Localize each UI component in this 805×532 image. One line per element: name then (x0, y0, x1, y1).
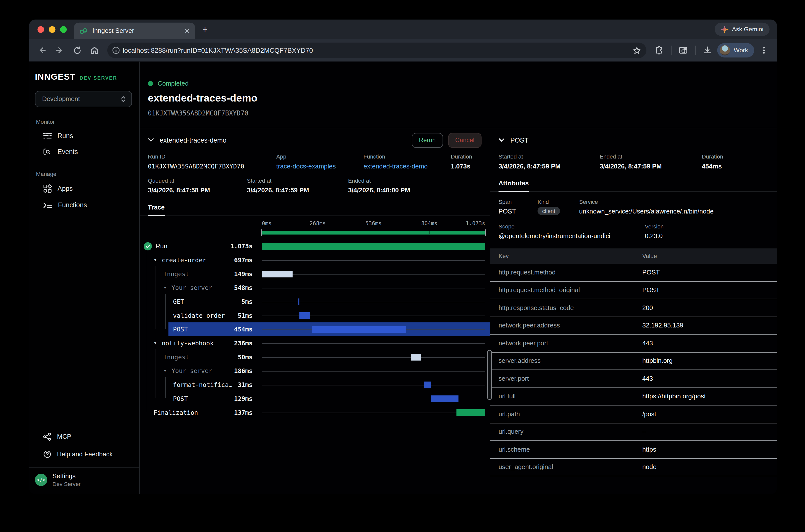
trace-row-inngest[interactable]: Inngest149ms (139, 267, 490, 281)
trace-span-bar[interactable] (456, 409, 485, 416)
scope-label: Scope (499, 223, 645, 229)
trace-scrollbar-thumb[interactable] (487, 350, 492, 400)
forward-button[interactable] (52, 42, 67, 58)
trace-span-bar[interactable] (298, 298, 299, 305)
trace-row-post[interactable]: POST129ms (139, 392, 490, 405)
expand-arrow-icon[interactable]: ▼ (163, 369, 171, 373)
tab-close-icon[interactable]: ✕ (184, 27, 190, 34)
table-row[interactable]: http.request.methodPOST (490, 264, 777, 281)
trace-row-label: ▼Your server186ms (139, 367, 262, 375)
sidebar-item-settings[interactable]: </> Settings Dev Server (30, 467, 139, 494)
trace-row-create-order[interactable]: ▼create-order697ms (139, 253, 490, 267)
sidebar-item-apps[interactable]: Apps (30, 180, 139, 197)
url-text[interactable]: localhost:8288/run?runID=01KJXTWA35SA8D2… (123, 46, 633, 54)
profile-chip[interactable]: Work (717, 43, 754, 57)
attribute-value: POST (642, 286, 768, 293)
trace-row-your-server[interactable]: ▼Your server548ms (139, 281, 490, 294)
sidebar-item-events[interactable]: Events (30, 144, 139, 160)
trace-span-name: notify-webhook (162, 339, 214, 347)
trace-span-bar[interactable] (312, 326, 407, 333)
table-row[interactable]: http.request.method_originalPOST (490, 281, 777, 299)
minimap-right-handle[interactable] (485, 229, 486, 236)
expand-arrow-icon[interactable]: ▼ (154, 258, 162, 262)
trace-row-get[interactable]: GET5ms (139, 294, 490, 308)
trace-row-finalization[interactable]: Finalization137ms (139, 405, 490, 419)
meta-value[interactable]: extended-traces-demo (363, 163, 451, 170)
run-header: Completed extended-traces-demo 01KJXTWA3… (139, 62, 777, 128)
trace-row-inngest[interactable]: Inngest50ms (139, 350, 490, 364)
cancel-button[interactable]: Cancel (448, 133, 482, 148)
inngest-logo: INNGEST (35, 72, 75, 82)
table-row[interactable]: url.fullhttps://httpbin.org/post (490, 388, 777, 405)
sidebar-item-label: MCP (57, 433, 71, 440)
collapse-chevron-icon[interactable] (499, 138, 505, 142)
url-bar[interactable]: localhost:8288/run?runID=01KJXTWA35SA8D2… (107, 42, 647, 58)
table-row[interactable]: network.peer.address32.192.95.139 (490, 317, 777, 335)
ask-gemini-button[interactable]: Ask Gemini (714, 23, 769, 36)
site-info-icon[interactable] (109, 43, 123, 57)
timeline-minimap[interactable] (262, 231, 485, 234)
trace-row-bars (262, 392, 485, 405)
table-row[interactable]: http.response.status_code200 (490, 299, 777, 317)
trace-span-bar[interactable] (262, 243, 485, 250)
sidebar-item-help-and-feedback[interactable]: Help and Feedback (30, 445, 139, 463)
trace-row-label: Inngest50ms (139, 353, 262, 361)
trace-span-bar[interactable] (262, 270, 293, 277)
sidebar-item-functions[interactable]: Functions (30, 197, 139, 213)
reload-button[interactable] (69, 42, 85, 58)
table-row[interactable]: network.peer.port443 (490, 335, 777, 352)
close-window-button[interactable] (38, 26, 44, 33)
meta-value: 454ms (702, 163, 776, 170)
bookmark-star-icon[interactable] (633, 46, 641, 55)
trace-row-validate-order[interactable]: validate-order51ms (139, 308, 490, 322)
trace-row-post[interactable]: POST454ms (139, 322, 490, 336)
table-row[interactable]: url.query-- (490, 423, 777, 441)
table-row[interactable]: server.port443 (490, 370, 777, 388)
trace-span-name: POST (173, 395, 188, 402)
maximize-window-button[interactable] (60, 26, 67, 33)
minimize-window-button[interactable] (49, 26, 56, 33)
extensions-icon[interactable] (652, 42, 667, 58)
trace-span-bar[interactable] (411, 354, 421, 360)
trace-row-format-notifica-[interactable]: format-notifica…31ms (139, 378, 490, 392)
rerun-button[interactable]: Rerun (412, 133, 443, 148)
span-value: POST (499, 208, 538, 215)
trace-span-bar[interactable] (424, 381, 431, 388)
status-badge: Completed (157, 80, 189, 87)
browser-tab[interactable]: Inngest Server ✕ (74, 23, 195, 39)
downloads-icon[interactable] (700, 42, 715, 58)
table-row[interactable]: server.addresshttpbin.org (490, 352, 777, 370)
sidebar-item-mcp[interactable]: MCP (30, 428, 139, 445)
avatar (720, 45, 730, 56)
meta-value: 3/4/2026, 8:47:59 PM (499, 163, 600, 170)
sidebar-item-runs[interactable]: Runs (30, 128, 139, 144)
trace-row-notify-webhook[interactable]: ▼notify-webhook236ms (139, 336, 490, 350)
expand-arrow-icon[interactable]: ▼ (154, 341, 162, 345)
trace-tabs: Trace (139, 202, 490, 216)
tab-trace[interactable]: Trace (148, 204, 165, 216)
trace-row-your-server[interactable]: ▼Your server186ms (139, 364, 490, 378)
collapse-chevron-icon[interactable] (148, 138, 154, 142)
table-row[interactable]: user_agent.originalnode (490, 459, 777, 476)
updown-chevron-icon (120, 96, 127, 103)
trace-span-bar[interactable] (431, 395, 458, 402)
environment-selector[interactable]: Development (35, 91, 132, 107)
meta-value[interactable]: trace-docs-examples (276, 163, 364, 170)
home-button[interactable] (87, 42, 102, 58)
table-row[interactable]: url.path/post (490, 405, 777, 423)
minimap-left-handle[interactable] (261, 229, 262, 236)
new-tab-button[interactable]: + (202, 24, 208, 35)
back-button[interactable] (34, 42, 50, 58)
settings-subtitle: Dev Server (52, 481, 81, 487)
reading-mode-icon[interactable] (676, 42, 691, 58)
trace-row-run[interactable]: Run1.073s (139, 239, 490, 253)
trace-span-bar[interactable] (299, 312, 310, 319)
trace-row-label: ▼Your server548ms (139, 284, 262, 291)
trace-span-duration: 137ms (234, 409, 252, 416)
ask-gemini-label: Ask Gemini (732, 26, 764, 33)
expand-arrow-icon[interactable]: ▼ (163, 286, 171, 289)
tab-attributes[interactable]: Attributes (499, 180, 529, 192)
browser-menu-icon[interactable] (756, 42, 772, 58)
page-title: extended-traces-demo (148, 92, 777, 104)
table-row[interactable]: url.schemehttps (490, 441, 777, 459)
